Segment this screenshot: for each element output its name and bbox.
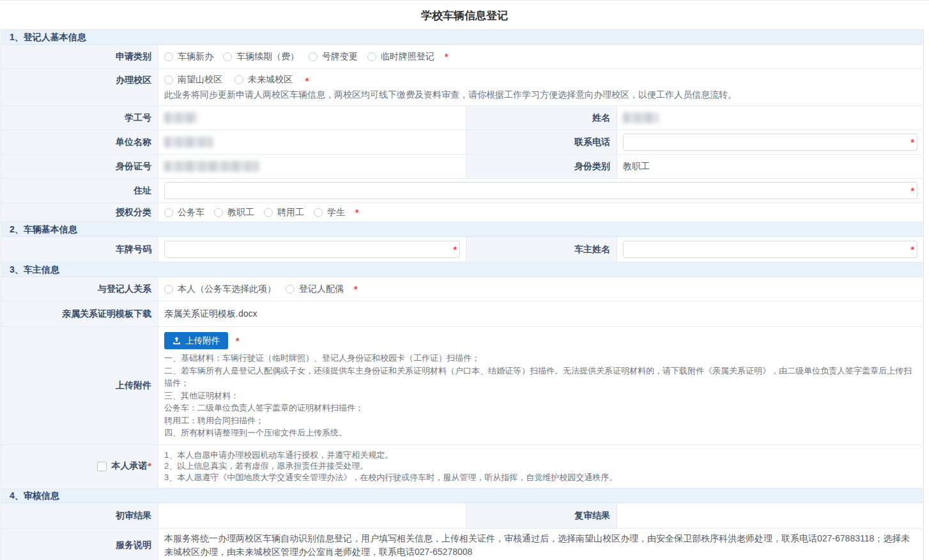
radio-auth-employee[interactable]: 聘用工 [264, 207, 304, 218]
relation-label: 与登记人关系 [1, 277, 158, 301]
upload-instruction-line: 一、基础材料：车辆行驶证（临时牌照）、登记人身份证和校园卡（工作证）扫描件； [164, 352, 480, 365]
radio-campus-nanwangshan[interactable]: 南望山校区 [164, 74, 222, 86]
radio-auth-official-car[interactable]: 公务车 [164, 207, 204, 218]
promise-checkbox[interactable] [97, 462, 107, 471]
radio-relation-spouse[interactable]: 登记人配偶 [286, 284, 344, 295]
radio-auth-student[interactable]: 学生 [314, 207, 345, 218]
row-review-results: 初审结果 复审结果 [1, 503, 923, 529]
required-asterisk: * [911, 186, 914, 196]
plate-input[interactable] [164, 241, 460, 258]
radio-apply-type-renew[interactable]: 车辆续期（费） [223, 51, 299, 63]
first-review-label: 初审结果 [1, 503, 158, 528]
radio-campus-weilaicheng[interactable]: 未来城校区 [234, 74, 293, 86]
promise-line: 1、本人自愿申请办理校园机动车通行授权，并遵守相关规定。 [164, 450, 393, 461]
promise-label: 本人承诺 [112, 460, 148, 472]
auth-class-label: 授权分类 [1, 203, 158, 222]
required-asterisk: * [148, 461, 151, 471]
radio-apply-type-new[interactable]: 车辆新办 [164, 51, 213, 63]
campus-note: 此业务将同步更新申请人两校区车辆信息，两校区均可线下缴费及资料审查，请你根据工作… [164, 89, 737, 100]
service-description-label: 服务说明 [1, 529, 158, 560]
radio-icon[interactable] [367, 52, 376, 61]
owner-name-label: 车主姓名 [466, 237, 617, 262]
radio-icon[interactable] [223, 52, 232, 61]
radio-label: 登记人配偶 [299, 284, 344, 295]
row-auth-class: 授权分类 公务车 教职工 聘用工 学生 * [1, 203, 923, 222]
radio-apply-type-plate-change[interactable]: 号牌变更 [309, 51, 358, 63]
address-input[interactable] [164, 182, 917, 199]
upload-instruction-line: 聘用工：聘用合同扫描件； [164, 414, 264, 427]
apply-type-label: 申请类别 [1, 45, 158, 68]
radio-label: 本人（公务车选择此项） [178, 284, 276, 295]
radio-icon[interactable] [164, 208, 173, 217]
radio-icon[interactable] [164, 52, 173, 61]
upload-icon [173, 337, 181, 345]
radio-apply-type-temp-plate[interactable]: 临时牌照登记 [367, 51, 434, 63]
required-asterisk: * [445, 52, 448, 62]
radio-label: 临时牌照登记 [381, 51, 434, 63]
required-asterisk: * [454, 245, 457, 255]
row-idnumber-idtype: 身份证号 身份类别 教职工 [1, 155, 923, 179]
required-asterisk: * [305, 76, 309, 86]
section-header-review-info: 4、审核信息 [1, 488, 923, 503]
row-relation: 与登记人关系 本人（公务车选择此项） 登记人配偶 * [1, 277, 923, 301]
upload-attachment-button[interactable]: 上传附件 [164, 332, 228, 349]
row-promise: 本人承诺 * 1、本人自愿申请办理校园机动车通行授权，并遵守相关规定。 2、以上… [1, 445, 923, 489]
name-redacted-value [623, 112, 659, 123]
row-upload: 上传附件 上传附件 * 一、基础材料：车辆行驶证（临时牌照）、登记人身份证和校园… [1, 327, 923, 445]
row-service-description: 服务说明 本服务将统一办理两校区车辆自动识别信息登记，用户填写相关信息，上传相关… [1, 529, 923, 560]
row-plate-owner: 车牌号码 * 车主姓名 * [1, 237, 923, 262]
radio-icon[interactable] [234, 75, 243, 84]
radio-relation-self[interactable]: 本人（公务车选择此项） [164, 284, 276, 295]
promise-line: 3、本人愿遵守《中国地质大学交通安全管理办法》，在校内行驶或停车时，服从管理，听… [164, 472, 617, 483]
radio-icon[interactable] [314, 208, 323, 217]
radio-icon[interactable] [214, 208, 223, 217]
upload-instruction-line: 四、所有材料请整理到一个压缩文件后上传系统。 [164, 427, 347, 439]
name-label: 姓名 [466, 106, 617, 130]
service-description-text: 本服务将统一办理两校区车辆自动识别信息登记，用户填写相关信息，上传相关证件，审核… [164, 529, 917, 560]
radio-icon[interactable] [164, 285, 173, 294]
required-asterisk: * [355, 208, 358, 218]
radio-icon[interactable] [264, 208, 273, 217]
student-id-label: 学工号 [1, 106, 158, 130]
radio-auth-staff[interactable]: 教职工 [214, 207, 254, 218]
radio-label: 车辆新办 [178, 51, 213, 63]
relation-template-file-link[interactable]: 亲属关系证明模板.docx [164, 308, 257, 320]
campus-label: 办理校区 [1, 69, 158, 105]
radio-label: 聘用工 [277, 207, 304, 218]
required-asterisk: * [236, 336, 239, 346]
section-header-owner-info: 3、车主信息 [1, 262, 923, 277]
radio-icon[interactable] [164, 75, 173, 84]
row-apply-type: 申请类别 车辆新办 车辆续期（费） 号牌变更 临时牌照登记 * [1, 45, 923, 69]
radio-label: 公务车 [178, 207, 204, 218]
phone-label: 联系电话 [466, 130, 617, 154]
plate-label: 车牌号码 [1, 237, 158, 262]
unit-redacted-value [164, 137, 213, 148]
second-review-label: 复审结果 [466, 503, 617, 528]
required-asterisk: * [354, 284, 357, 294]
radio-icon[interactable] [286, 285, 295, 294]
required-asterisk: * [911, 245, 914, 255]
section-header-registrant-info: 1、登记人基本信息 [1, 30, 923, 45]
template-download-label: 亲属关系证明模板下载 [1, 301, 158, 326]
section-header-vehicle-info: 2、车辆基本信息 [1, 222, 923, 237]
radio-icon[interactable] [309, 52, 318, 61]
upload-instruction-line: 三、其他证明材料： [164, 390, 239, 402]
id-number-redacted-value [164, 161, 259, 172]
row-campus: 办理校区 南望山校区 未来城校区 * 此业务将同步更新申请人两校区车辆信息，两校… [1, 69, 923, 106]
radio-label: 车辆续期（费） [236, 51, 299, 63]
id-type-value: 教职工 [623, 161, 650, 172]
address-label: 住址 [1, 179, 158, 202]
upload-instruction-line: 二、若车辆所有人是登记人配偶或子女，还须提供车主身份证和关系证明材料（户口本、结… [164, 365, 917, 390]
phone-input[interactable] [623, 133, 917, 151]
id-type-label: 身份类别 [466, 155, 617, 178]
row-template-download: 亲属关系证明模板下载 亲属关系证明模板.docx [1, 301, 923, 327]
owner-name-input[interactable] [623, 241, 917, 258]
required-asterisk: * [911, 137, 914, 148]
row-studentid-name: 学工号 姓名 [1, 106, 923, 130]
upload-label: 上传附件 [1, 327, 158, 444]
promise-label-cell: 本人承诺 * [1, 445, 158, 488]
upload-button-label: 上传附件 [185, 335, 220, 347]
upload-instruction-line: 公务车：二级单位负责人签字盖章的证明材料扫描件； [164, 402, 364, 414]
row-unit-phone: 单位名称 联系电话 * [1, 130, 923, 155]
student-id-redacted-value [164, 112, 197, 123]
